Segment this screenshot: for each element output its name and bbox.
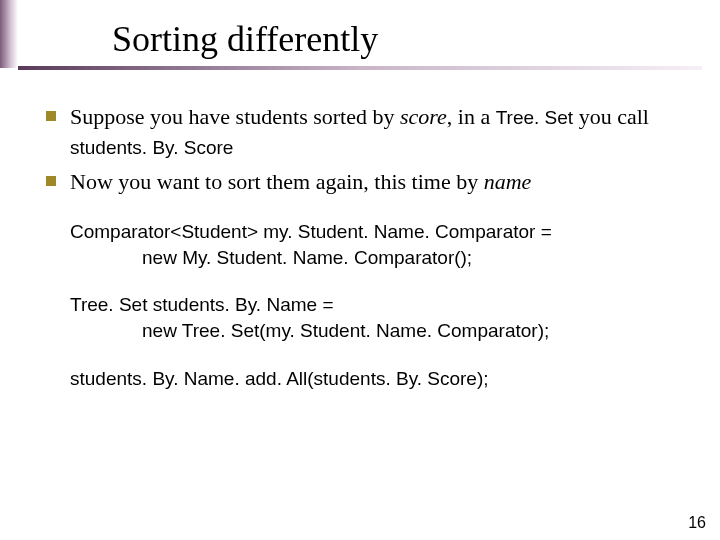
bullet-text: Suppose you have students sorted by scor… [70,102,680,161]
code-line: new My. Student. Name. Comparator(); [70,245,680,271]
slide-content: Suppose you have students sorted by scor… [0,78,720,391]
text-emph: name [484,169,532,194]
code-line: Tree. Set students. By. Name = [70,292,680,318]
code-block: Tree. Set students. By. Name = new Tree.… [70,292,680,343]
title-accent [0,0,18,68]
bullet-item: Suppose you have students sorted by scor… [46,102,680,161]
code-block: Comparator<Student> my. Student. Name. C… [70,219,680,270]
square-bullet-icon [46,111,56,121]
inline-code: Tree. Set [496,107,573,128]
bullet-text: Now you want to sort them again, this ti… [70,167,680,197]
code-line: Comparator<Student> my. Student. Name. C… [70,219,680,245]
text-run: Suppose you have students sorted by [70,104,400,129]
text-run: you call [573,104,649,129]
title-bar: Sorting differently [0,0,720,78]
bullet-item: Now you want to sort them again, this ti… [46,167,680,197]
square-bullet-icon [46,176,56,186]
page-number: 16 [688,514,706,532]
code-block: students. By. Name. add. All(students. B… [70,366,680,392]
inline-code: students. By. Score [70,137,233,158]
code-line: students. By. Name. add. All(students. B… [70,366,680,392]
slide-title: Sorting differently [112,18,720,60]
title-underline [18,66,702,70]
code-line: new Tree. Set(my. Student. Name. Compara… [70,318,680,344]
text-run: , in a [447,104,496,129]
text-emph: score [400,104,447,129]
text-run: Now you want to sort them again, this ti… [70,169,484,194]
